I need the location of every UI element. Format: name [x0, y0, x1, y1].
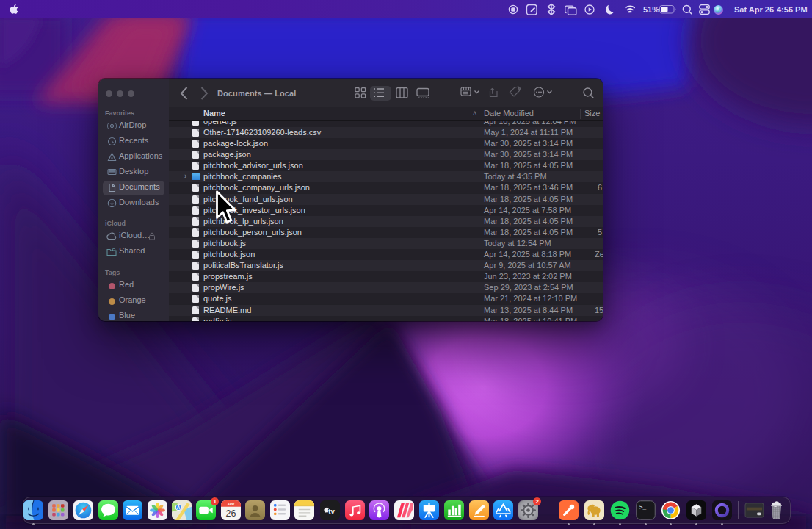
svg-text:APR: APR: [228, 502, 235, 505]
svg-text:tv: tv: [328, 506, 335, 514]
svg-text:A: A: [176, 505, 180, 510]
svg-text:>_: >_: [639, 504, 646, 510]
svg-text:26: 26: [225, 508, 236, 519]
